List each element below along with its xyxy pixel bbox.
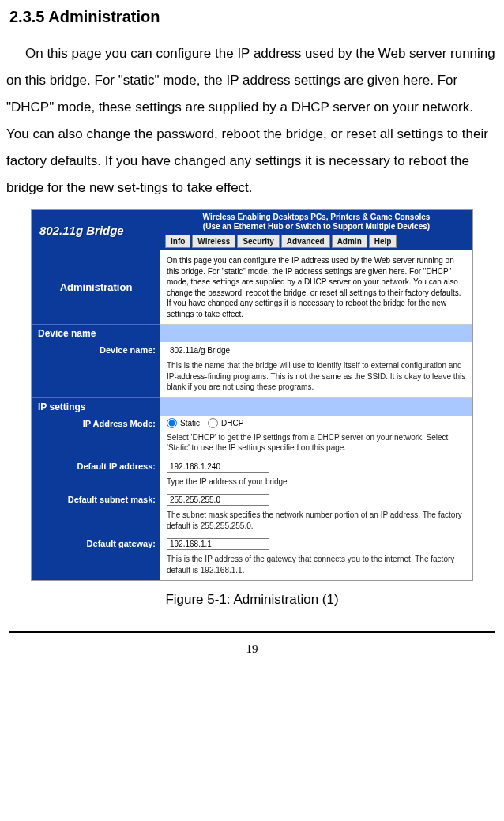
ip-mode-help: Select 'DHCP' to get the IP settings fro… <box>160 431 472 458</box>
figure-caption: Figure 5-1: Administration (1) <box>31 592 473 608</box>
subnet-label: Default subnet mask: <box>32 491 160 508</box>
gateway-help: This is the IP address of the gateway th… <box>160 552 472 580</box>
device-name-help: This is the name that the bridge will us… <box>160 359 472 397</box>
tab-admin[interactable]: Admin <box>332 235 367 248</box>
banner-tagline: Wireless Enabling Desktops PCs, Printers… <box>160 210 472 233</box>
ip-mode-dhcp-radio[interactable] <box>208 418 218 428</box>
ip-addr-help: Type the IP address of your bridge <box>160 475 472 492</box>
ip-addr-label: Default IP address: <box>32 458 160 475</box>
page-number: 19 <box>0 642 504 656</box>
product-badge: 802.11g Bridge <box>32 210 160 250</box>
tab-security[interactable]: Security <box>237 235 279 248</box>
gateway-label: Default gateway: <box>32 536 160 552</box>
ip-mode-static-radio[interactable] <box>167 418 177 428</box>
group-ip-settings: IP settings <box>32 397 160 416</box>
tab-wireless[interactable]: Wireless <box>192 235 235 248</box>
subnet-input[interactable] <box>167 494 269 506</box>
tab-info[interactable]: Info <box>165 235 190 248</box>
gateway-input[interactable] <box>167 538 269 550</box>
device-name-label: Device name: <box>32 342 160 359</box>
section-heading: 2.3.5 Administration <box>9 8 495 26</box>
ip-mode-dhcp-label: DHCP <box>221 419 243 427</box>
ip-mode-label: IP Address Mode: <box>32 416 160 431</box>
section-paragraph: On this page you can configure the IP ad… <box>6 40 498 201</box>
ip-mode-static-label: Static <box>180 419 200 427</box>
device-name-input[interactable] <box>167 345 269 356</box>
tab-help[interactable]: Help <box>369 235 397 248</box>
footer-divider <box>9 631 495 633</box>
figure-screenshot: 802.11g Bridge Wireless Enabling Desktop… <box>31 209 473 608</box>
ip-addr-input[interactable] <box>167 461 269 473</box>
page-description: On this page you can configure the IP ad… <box>160 250 472 324</box>
page-title: Administration <box>32 250 160 324</box>
subnet-help: The subnet mask specifies the network nu… <box>160 508 472 536</box>
nav-tabs: Info Wireless Security Advanced Admin He… <box>160 233 472 250</box>
tab-advanced[interactable]: Advanced <box>281 235 330 248</box>
group-device-name: Device name <box>32 324 160 342</box>
